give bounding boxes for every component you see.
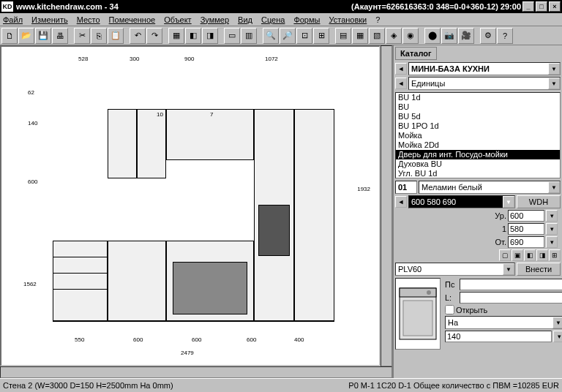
tall-cabinet-2[interactable] <box>294 109 334 321</box>
list-item[interactable]: BU 1PO 1d <box>396 121 560 131</box>
cut-icon[interactable]: ✂ <box>74 28 90 44</box>
menu-object[interactable]: Объект <box>164 15 191 24</box>
height-spin-icon[interactable]: ▾ <box>546 236 558 248</box>
finish-dropdown[interactable]: Меламин белый ▼ <box>419 181 561 194</box>
units-prev-icon[interactable]: ◄ <box>395 78 407 89</box>
zoom-reset-icon[interactable]: ⊞ <box>313 28 329 44</box>
mod1-icon[interactable]: ▢ <box>499 249 511 261</box>
close-button[interactable]: × <box>549 1 561 12</box>
settings-icon[interactable]: ⚙ <box>480 28 496 44</box>
dropdown-arrow-icon[interactable]: ▼ <box>548 181 560 193</box>
depth-spin-icon[interactable]: ▾ <box>546 223 558 235</box>
plan-view-icon[interactable]: ▤ <box>335 28 351 44</box>
menu-forms[interactable]: Формы <box>293 15 320 24</box>
dropdown-arrow-icon[interactable]: ▼ <box>503 196 514 208</box>
database-dropdown[interactable]: МИНИ-БАЗА КУХНИ ▼ <box>408 62 561 75</box>
base-cabinet-1[interactable] <box>108 241 166 321</box>
open-checkbox[interactable] <box>445 305 454 314</box>
view2-icon[interactable]: ▥ <box>241 28 257 44</box>
wdh-button[interactable]: WDH <box>517 195 561 208</box>
zoom-out-icon[interactable]: 🔎 <box>280 28 296 44</box>
width-spin-icon[interactable]: ▾ <box>546 210 558 222</box>
dropdown-arrow-icon[interactable]: ▼ <box>503 263 514 275</box>
items-listbox[interactable]: BU 1d BU BU 5d BU 1PO 1d Мойка Мойка 2Dd… <box>395 92 561 178</box>
width-input[interactable] <box>508 210 544 222</box>
dropdown-arrow-icon[interactable]: ▼ <box>552 317 562 328</box>
tool3-icon[interactable]: ◨ <box>202 28 218 44</box>
list-item-selected[interactable]: Дверь для инт. Посудо-мойки <box>396 150 560 159</box>
list-item[interactable]: BU 1d <box>396 93 560 102</box>
units-dropdown[interactable]: Единицы ▼ <box>408 77 561 90</box>
undo-icon[interactable]: ↶ <box>130 28 146 44</box>
l-input[interactable] <box>460 292 562 304</box>
save-icon[interactable]: 💾 <box>35 28 51 44</box>
list-item[interactable]: Мойка 2Dd <box>396 140 560 150</box>
minimize-button[interactable]: _ <box>522 1 534 12</box>
menu-edit[interactable]: Изменить <box>31 15 68 24</box>
database-name: МИНИ-БАЗА КУХНИ <box>411 64 490 73</box>
paste-icon[interactable]: 📋 <box>108 28 124 44</box>
menu-scene[interactable]: Сцена <box>261 15 285 24</box>
wall-cabinet-1[interactable] <box>108 109 137 178</box>
canvas-scrollbar-h[interactable] <box>0 366 392 378</box>
view-icon[interactable]: ▭ <box>224 28 240 44</box>
side-view-icon[interactable]: ▧ <box>369 28 385 44</box>
iso-view-icon[interactable]: ◈ <box>386 28 402 44</box>
base-oven-unit[interactable] <box>166 241 254 321</box>
menu-place[interactable]: Место <box>77 15 100 24</box>
menu-marked[interactable]: Помеченное <box>109 15 156 24</box>
on-dropdown[interactable]: На ▼ <box>445 316 562 329</box>
tool2-icon[interactable]: ◧ <box>185 28 201 44</box>
open-icon[interactable]: 📂 <box>18 28 34 44</box>
tool-icon[interactable]: ▦ <box>168 28 184 44</box>
menu-zoom[interactable]: Зуммер <box>201 15 229 24</box>
list-item[interactable]: BU <box>396 102 560 112</box>
list-item[interactable]: Мойка <box>396 131 560 140</box>
new-icon[interactable]: 🗋 <box>1 28 18 44</box>
code-dropdown[interactable]: PLV60 ▼ <box>395 263 515 276</box>
front-view-icon[interactable]: ▦ <box>352 28 368 44</box>
db-prev-icon[interactable]: ◄ <box>395 63 407 75</box>
camera-icon[interactable]: 📷 <box>441 28 457 44</box>
mod5-icon[interactable]: ⊞ <box>549 249 561 261</box>
mod3-icon[interactable]: ◧ <box>524 249 536 261</box>
zoom-in-icon[interactable]: 🔍 <box>263 28 279 44</box>
help-icon[interactable]: ? <box>497 28 513 44</box>
menu-help[interactable]: ? <box>375 15 380 24</box>
drawing-canvas[interactable]: 528 300 900 1072 62 140 600 1562 1932 55… <box>0 45 381 366</box>
mod2-icon[interactable]: ▣ <box>512 249 523 261</box>
redo-icon[interactable]: ↷ <box>146 28 162 44</box>
wall-cabinet-2[interactable]: 10 <box>137 109 166 178</box>
menu-settings[interactable]: Установки <box>329 15 367 24</box>
on-value-input[interactable] <box>445 331 552 342</box>
render-icon[interactable]: ⬤ <box>424 28 441 44</box>
pl-input[interactable] <box>460 279 562 290</box>
canvas-scrollbar-v[interactable] <box>381 45 392 366</box>
base-drawer-unit[interactable] <box>53 241 108 321</box>
tall-cabinet-1[interactable] <box>254 109 294 321</box>
menu-file[interactable]: Файл <box>3 15 23 24</box>
on-spin-icon[interactable]: ▾ <box>553 331 562 342</box>
menu-view[interactable]: Вид <box>238 15 252 24</box>
mod4-icon[interactable]: ◨ <box>536 249 548 261</box>
dropdown-arrow-icon[interactable]: ▼ <box>548 63 560 75</box>
code-value: PLV60 <box>398 265 422 274</box>
dims-dropdown[interactable]: 600 580 690 ▼ <box>408 195 515 208</box>
insert-button[interactable]: Внести <box>517 263 561 276</box>
zoom-fit-icon[interactable]: ⊡ <box>296 28 312 44</box>
copy-icon[interactable]: ⎘ <box>91 28 107 44</box>
list-item[interactable]: Духовка BU <box>396 159 560 169</box>
dropdown-arrow-icon[interactable]: ▼ <box>548 78 560 89</box>
list-item[interactable]: Угл. BU 1d <box>396 169 560 178</box>
maximize-button[interactable]: □ <box>536 1 547 12</box>
print-icon[interactable]: 🖶 <box>52 28 68 44</box>
depth-input[interactable] <box>508 223 544 235</box>
wall-cabinet-wide[interactable]: 7 <box>166 109 254 160</box>
height-input[interactable] <box>508 236 544 248</box>
persp-view-icon[interactable]: ◉ <box>402 28 419 44</box>
catalog-tab[interactable]: Каталог <box>395 47 437 60</box>
video-icon[interactable]: 🎥 <box>458 28 474 44</box>
list-item[interactable]: BU 5d <box>396 112 560 121</box>
finish-code[interactable]: 01 <box>395 181 417 194</box>
dims-prev-icon[interactable]: ◄ <box>395 196 407 208</box>
